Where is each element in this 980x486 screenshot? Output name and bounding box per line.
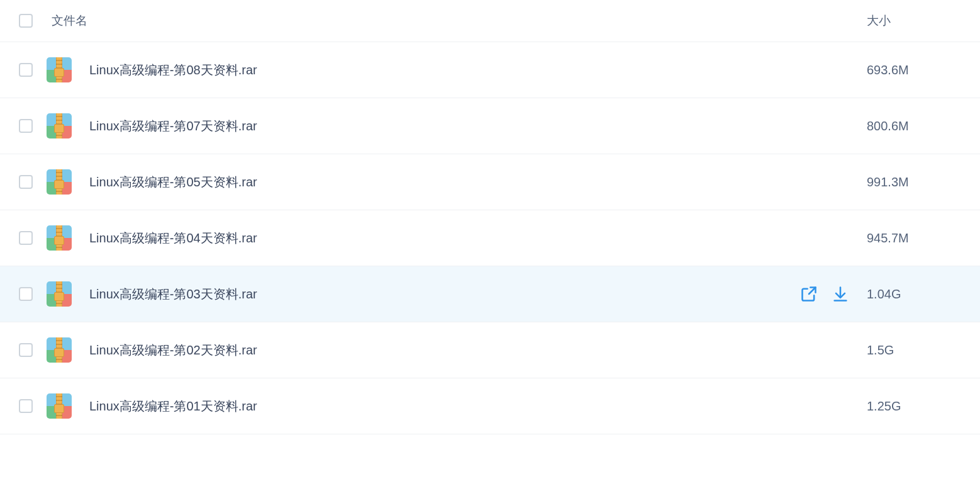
file-name[interactable]: Linux高级编程-第02天资料.rar — [89, 342, 867, 359]
file-size: 693.6M — [867, 63, 961, 77]
archive-file-icon — [47, 393, 72, 419]
file-name[interactable]: Linux高级编程-第01天资料.rar — [89, 398, 867, 415]
file-row[interactable]: Linux高级编程-第01天资料.rar1.25G — [0, 378, 980, 434]
column-header-size[interactable]: 大小 — [867, 13, 961, 29]
column-header-name[interactable]: 文件名 — [52, 13, 87, 29]
file-name[interactable]: Linux高级编程-第05天资料.rar — [89, 174, 867, 191]
file-name[interactable]: Linux高级编程-第07天资料.rar — [89, 118, 867, 135]
header-row: 文件名 大小 — [0, 0, 980, 42]
file-size: 800.6M — [867, 119, 961, 133]
file-size: 945.7M — [867, 231, 961, 246]
file-size: 1.5G — [867, 343, 961, 358]
row-checkbox[interactable] — [19, 119, 33, 133]
file-row[interactable]: Linux高级编程-第08天资料.rar693.6M — [0, 42, 980, 98]
archive-file-icon — [47, 169, 72, 195]
archive-file-icon — [47, 281, 72, 307]
file-name[interactable]: Linux高级编程-第08天资料.rar — [89, 62, 867, 79]
file-name[interactable]: Linux高级编程-第04天资料.rar — [89, 230, 867, 247]
archive-file-icon — [47, 113, 72, 138]
row-checkbox[interactable] — [19, 231, 33, 245]
file-row[interactable]: Linux高级编程-第02天资料.rar1.5G — [0, 322, 980, 378]
file-list: 文件名 大小 Linux高级编程-第08天资料.rar693.6MLinux高级… — [0, 0, 980, 434]
row-checkbox[interactable] — [19, 343, 33, 357]
row-actions — [800, 285, 849, 303]
archive-file-icon — [47, 225, 72, 251]
archive-file-icon — [47, 337, 72, 363]
share-icon[interactable] — [800, 285, 818, 303]
select-all-checkbox[interactable] — [19, 14, 33, 28]
file-size: 1.25G — [867, 399, 961, 414]
row-checkbox[interactable] — [19, 63, 33, 77]
file-row[interactable]: Linux高级编程-第07天资料.rar800.6M — [0, 98, 980, 154]
file-row[interactable]: Linux高级编程-第04天资料.rar945.7M — [0, 210, 980, 266]
archive-file-icon — [47, 57, 72, 82]
row-checkbox[interactable] — [19, 399, 33, 413]
file-row[interactable]: Linux高级编程-第05天资料.rar991.3M — [0, 154, 980, 210]
row-checkbox[interactable] — [19, 287, 33, 301]
file-size: 991.3M — [867, 175, 961, 189]
row-checkbox[interactable] — [19, 175, 33, 189]
download-icon[interactable] — [832, 285, 849, 303]
file-name[interactable]: Linux高级编程-第03天资料.rar — [89, 286, 800, 303]
file-row[interactable]: Linux高级编程-第03天资料.rar1.04G — [0, 266, 980, 322]
file-size: 1.04G — [867, 287, 961, 302]
